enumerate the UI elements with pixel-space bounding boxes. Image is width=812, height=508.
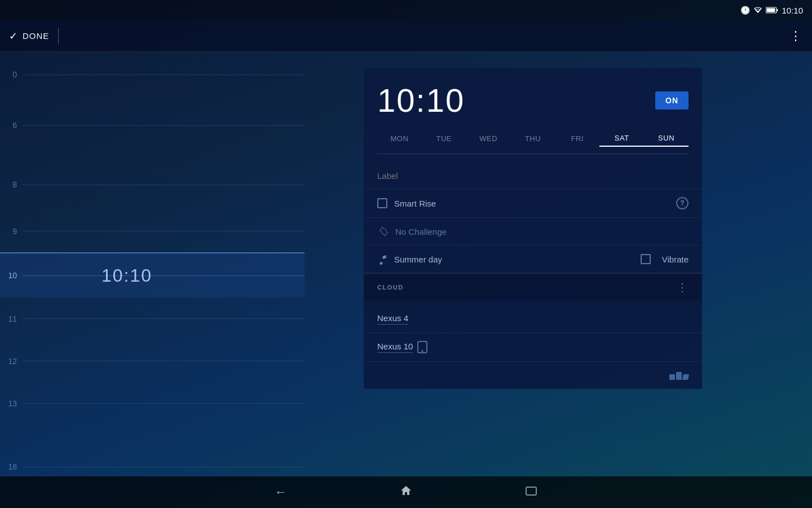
day-sat[interactable]: SAT [599,130,644,147]
time-row-9: 9 [0,210,304,252]
tablet-icon [417,341,427,353]
time-line-18 [23,467,304,467]
no-challenge-label: No Challenge [395,227,447,237]
home-button[interactable] [400,484,412,500]
nav-bar: ← [0,476,812,508]
smart-rise-label: Smart Rise [394,199,676,208]
alarm-toggle-button[interactable]: ON [655,91,689,110]
alarm-icon: 🕐 [740,6,750,15]
current-time-line [23,275,304,276]
time-row-6: 6 [0,91,304,159]
device-nexus10[interactable]: Nexus 10 [364,333,702,362]
svg-rect-2 [767,8,775,12]
panel-logo [364,366,702,389]
recents-icon [525,486,537,496]
device-nexus4[interactable]: Nexus 4 [364,305,702,333]
time-scroll-panel: 0 6 8 9 10 10:10 11 12 13 18 24 [0,52,304,476]
battery-icon [766,7,778,14]
vibrate-section: Vibrate [641,254,689,264]
vibrate-label: Vibrate [662,255,689,264]
hour-label-13: 13 [0,399,23,408]
status-time: 10:10 [782,6,803,15]
logo-bars-icon [669,372,689,380]
help-icon[interactable]: ? [676,197,689,209]
smart-rise-checkbox[interactable] [377,198,387,208]
alarm-header: 10:10 ON [364,68,702,128]
time-row-0: 0 [0,58,304,91]
device-nexus4-name: Nexus 4 [377,313,408,325]
time-line-8 [23,185,304,185]
label-row[interactable] [364,163,702,189]
hour-label-18: 18 [0,462,23,471]
current-time-row: 10 10:10 [0,252,304,297]
done-label: DONE [23,31,49,41]
svg-rect-5 [526,487,536,495]
time-line-6 [23,125,304,126]
action-bar: ✓ DONE ⋮ [0,20,812,52]
svg-rect-1 [777,9,778,11]
day-fri[interactable]: FRI [555,131,599,146]
hour-label-12: 12 [0,357,23,366]
alarm-time-display: 10:10 [377,81,465,119]
hour-label-0: 0 [0,70,23,79]
cloud-overflow-button[interactable]: ⋮ [677,281,689,294]
day-tue[interactable]: TUE [422,131,466,146]
time-row-8: 8 [0,159,304,210]
wifi-icon [753,6,762,14]
hour-label-11: 11 [0,314,23,323]
status-icons: 🕐 10:10 [740,6,803,15]
device-list: Nexus 4 Nexus 10 [364,301,702,366]
overflow-menu-button[interactable]: ⋮ [789,30,803,42]
back-button[interactable]: ← [275,485,287,500]
ringtone-row[interactable]: Summer day Vibrate [364,246,702,273]
hour-label-9: 9 [0,227,23,236]
svg-point-4 [422,351,423,352]
time-row-11: 11 [0,297,304,340]
done-button[interactable]: ✓ DONE [9,30,49,42]
current-time-display: 10:10 [102,265,152,286]
hour-label-10: 10 [0,271,23,280]
device-nexus10-name: Nexus 10 [377,341,413,353]
time-row-13: 13 [0,382,304,424]
time-row-18: 18 [0,424,304,476]
smart-rise-row[interactable]: Smart Rise ? [364,189,702,218]
alarm-panel: 10:10 ON MON TUE WED THU FRI SAT SUN Sma… [364,68,702,389]
hour-label-8: 8 [0,180,23,189]
status-bar: 🕐 10:10 [0,0,812,20]
cloud-section: CLOUD ⋮ [364,273,702,301]
home-icon [400,484,412,497]
day-wed[interactable]: WED [466,131,511,146]
day-selector: MON TUE WED THU FRI SAT SUN [364,128,702,154]
time-line-13 [23,403,304,404]
alarm-label-input[interactable] [377,171,689,181]
time-row-12: 12 [0,340,304,382]
time-line-12 [23,361,304,361]
ringtone-label: Summer day [394,255,641,264]
vibrate-checkbox[interactable] [641,254,651,264]
action-bar-divider [58,28,59,45]
hour-label-6: 6 [0,121,23,130]
day-thu[interactable]: THU [511,131,555,146]
day-divider [377,154,689,154]
recents-button[interactable] [525,485,537,500]
day-sun[interactable]: SUN [644,130,689,147]
cloud-section-label: CLOUD [377,284,677,291]
time-line-9 [23,231,304,231]
day-mon[interactable]: MON [377,131,422,146]
challenge-row[interactable]: No Challenge [364,218,702,246]
time-line-0 [23,75,304,75]
check-icon: ✓ [9,30,18,42]
music-icon [377,253,387,265]
puzzle-icon [377,226,389,237]
time-line-11 [23,318,304,319]
